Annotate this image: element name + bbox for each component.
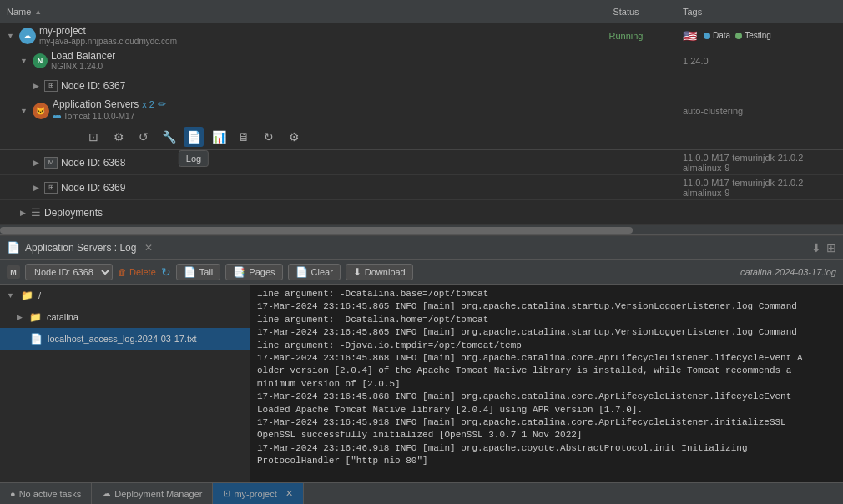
deployment-manager-label: Deployment Manager <box>114 489 202 499</box>
expand-project-icon[interactable]: ▼ <box>7 32 14 40</box>
toolbar-console-icon[interactable]: 🖥 <box>234 127 254 147</box>
tags-col-label: Tags <box>683 7 702 17</box>
project-status-text: Running <box>609 31 644 41</box>
node-6369-name: Node ID: 6369 <box>61 182 125 194</box>
expand-root-icon[interactable]: ▼ <box>7 291 14 300</box>
deployment-icon: ☁ <box>102 488 111 499</box>
project-row[interactable]: ▼ ☁ my-project my-java-app.nnjpaas.cloud… <box>0 23 843 48</box>
log-line: 17-Mar-2024 23:16:45.865 INFO [main] org… <box>257 300 836 313</box>
project-status: Running <box>576 31 676 41</box>
project-tab-icon: ⊡ <box>223 488 230 499</box>
horizontal-scrollbar[interactable] <box>0 225 843 235</box>
pages-label: Pages <box>249 267 275 277</box>
node-6368-grid-icon: M <box>44 157 58 169</box>
download-label: Download <box>365 267 406 277</box>
lb-version-tag: 1.24.0 <box>683 56 709 66</box>
root-folder-item[interactable]: ▼ 📁 / <box>0 285 250 306</box>
no-active-tasks-item[interactable]: ● No active tasks <box>0 483 92 504</box>
toolbar-log-icon[interactable]: 📄 Log <box>184 127 204 147</box>
log-line: 17-Mar-2024 23:16:45.918 INFO [main] org… <box>257 416 836 429</box>
toolbar-settings-icon[interactable]: ⚙ <box>284 127 304 147</box>
expand-deployments-icon[interactable]: ▶ <box>20 209 26 217</box>
node-id-select[interactable]: Node ID: 6368 <box>25 264 113 280</box>
dots-icon: ••• <box>53 110 60 123</box>
pages-button[interactable]: 📑 Pages <box>225 264 282 280</box>
expand-6367-icon[interactable]: ▶ <box>33 82 39 90</box>
log-line: 17-Mar-2024 23:16:45.868 INFO [main] org… <box>257 352 836 365</box>
close-project-tab-icon[interactable]: ✕ <box>285 488 293 499</box>
app-servers-info: Application Servers x 2 ✏ ••• Tomcat 11.… <box>53 98 166 123</box>
log-content[interactable]: line argument: -Dcatalina.base=/opt/tomc… <box>250 285 843 482</box>
panel-download-icon[interactable]: ⬇ <box>811 241 821 255</box>
app-servers-tags: auto-clustering <box>676 106 843 116</box>
catalina-folder-item[interactable]: ▶ 📁 catalina <box>0 306 250 328</box>
load-balancer-row[interactable]: ▼ N Load Balancer NGINX 1.24.0 1.24.0 <box>0 48 843 73</box>
log-line: older version [2.0.4] of the Apache Tomc… <box>257 365 836 377</box>
deployments-row[interactable]: ▶ ☰ Deployments <box>0 200 843 225</box>
node-6369-tags: 11.0.0-M17-temurinjdk-21.0.2-almalinux-9 <box>676 178 843 198</box>
lb-info: Load Balancer NGINX 1.24.0 <box>51 50 115 71</box>
panel-close-button[interactable]: ✕ <box>144 242 153 254</box>
tail-button[interactable]: 📄 Tail <box>176 264 221 280</box>
node-6368-row[interactable]: ▶ M Node ID: 6368 11.0.0-M17-temurinjdk-… <box>0 150 843 175</box>
deployments-icon: ☰ <box>31 206 41 219</box>
tomcat-icon: 🐱 <box>33 103 49 119</box>
expand-6368-icon[interactable]: ▶ <box>33 159 39 167</box>
log-line: ProtocolHandler ["http-nio-80"] <box>257 455 836 467</box>
log-line: 17-Mar-2024 23:16:45.868 INFO [main] org… <box>257 391 836 403</box>
clear-button[interactable]: 📄 Clear <box>288 264 341 280</box>
deployment-manager-item[interactable]: ☁ Deployment Manager <box>92 483 213 504</box>
localhost-access-log-item[interactable]: 📄 localhost_access_log.2024-03-17.txt <box>0 328 250 350</box>
app-servers-name: Application Servers <box>53 98 139 110</box>
toolbar-restart-icon[interactable]: ↺ <box>134 127 154 147</box>
log-line: line argument: -Djava.io.tmpdir=/opt/tom… <box>257 340 836 352</box>
log-line: minimum version of [2.0.5] <box>257 378 836 391</box>
toolbar-open-icon[interactable]: ⊡ <box>83 127 103 147</box>
testing-tag-dot <box>735 33 742 39</box>
toolbar-stats-icon[interactable]: 📊 <box>209 127 229 147</box>
testing-tag-label: Testing <box>745 31 771 40</box>
node-6367-name: Node ID: 6367 <box>61 80 125 92</box>
expand-catalina-icon[interactable]: ▶ <box>17 313 23 321</box>
log-line: Loaded Apache Tomcat Native library [2.0… <box>257 404 836 416</box>
project-tab-item[interactable]: ⊡ my-project ✕ <box>213 483 303 504</box>
tasks-icon: ● <box>10 489 16 499</box>
node-6368-version: 11.0.0-M17-temurinjdk-21.0.2-almalinux-9 <box>683 153 836 173</box>
toolbar-config-icon[interactable]: 🔧 <box>159 127 179 147</box>
node-6367-row[interactable]: ▶ ⊞ Node ID: 6367 <box>0 73 843 98</box>
auto-clustering-label: auto-clustering <box>683 106 743 116</box>
panel-popout-icon[interactable]: ⊞ <box>826 241 836 255</box>
delete-label: Delete <box>129 267 156 277</box>
tree-header: Name ▲ Status Tags <box>0 0 843 23</box>
toolbar-refresh-icon[interactable]: ↻ <box>259 127 279 147</box>
root-folder-icon: 📁 <box>21 290 33 301</box>
delete-button[interactable]: 🗑 Delete <box>118 267 156 277</box>
scroll-thumb[interactable] <box>0 227 633 234</box>
expand-6369-icon[interactable]: ▶ <box>33 184 39 192</box>
panel-title: Application Servers : Log <box>25 242 136 254</box>
download-button[interactable]: ⬇ Download <box>346 264 413 280</box>
project-tags: 🇺🇸 Data Testing <box>676 29 843 43</box>
data-tag-label: Data <box>713 31 730 40</box>
node-6369-row[interactable]: ▶ ⊞ Node ID: 6369 11.0.0-M17-temurinjdk-… <box>0 175 843 200</box>
sort-arrow-icon: ▲ <box>34 8 42 16</box>
log-line: line argument: -Dcatalina.home=/opt/tomc… <box>257 314 836 326</box>
log-filename: catalina.2024-03-17.log <box>740 267 836 277</box>
node-6368-name-cell: ▶ M Node ID: 6368 <box>0 157 576 169</box>
tail-label: Tail <box>199 267 214 277</box>
refresh-log-button[interactable]: ↻ <box>161 265 171 279</box>
clear-label: Clear <box>311 267 333 277</box>
data-tag-dot <box>704 33 710 39</box>
toolbar-addons-icon[interactable]: ⚙ <box>109 127 129 147</box>
expand-lb-icon[interactable]: ▼ <box>20 57 28 65</box>
app-servers-row[interactable]: ▼ 🐱 Application Servers x 2 ✏ ••• Tomcat… <box>0 98 843 123</box>
m-badge: M <box>7 265 20 279</box>
node-6368-tags: 11.0.0-M17-temurinjdk-21.0.2-almalinux-9 <box>676 153 843 173</box>
panel-log-icon: 📄 <box>7 241 20 254</box>
expand-app-servers-icon[interactable]: ▼ <box>20 107 28 115</box>
edit-app-servers-icon[interactable]: ✏ <box>158 98 166 110</box>
project-info: my-project my-java-app.nnjpaas.cloudmydc… <box>39 25 177 46</box>
status-column-header: Status <box>576 7 676 17</box>
name-column-header[interactable]: Name ▲ <box>0 7 576 17</box>
catalina-folder-icon: 📁 <box>29 311 42 323</box>
